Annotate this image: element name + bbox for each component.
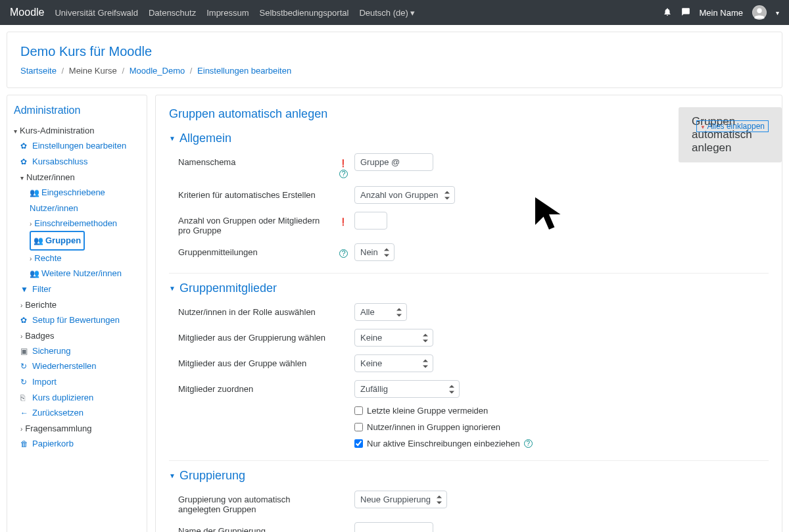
- user-dropdown-icon[interactable]: ▾: [776, 9, 779, 16]
- tree-toggle[interactable]: ›: [30, 255, 32, 262]
- import-icon: ↻: [20, 375, 30, 390]
- aktive-checkbox[interactable]: [354, 439, 363, 448]
- kriterien-select[interactable]: Anzahl von Gruppen: [354, 186, 455, 204]
- section-gruppierung-header[interactable]: ▼ Gruppierung: [169, 469, 769, 483]
- tree-einschreibemethoden[interactable]: Einschreibemethoden: [34, 218, 117, 228]
- required-icon: ❗: [339, 159, 348, 167]
- gruppierung-von-select[interactable]: Neue Gruppierung: [354, 491, 447, 508]
- nav-link-0[interactable]: Universität Greifswald: [55, 8, 137, 18]
- breadcrumb: Startseite / Meine Kurse / Moodle_Demo /…: [20, 66, 769, 76]
- page-title: Demo Kurs für Moodle: [20, 44, 769, 59]
- chevron-down-icon: ▼: [169, 472, 176, 479]
- label-namenschema: Namenschema: [178, 153, 329, 167]
- section-gruppenmitglieder-header[interactable]: ▼ Gruppenmitglieder: [169, 281, 769, 295]
- collapse-all-button[interactable]: ▼ Alles einklappen: [696, 120, 769, 132]
- tree-gruppen[interactable]: Gruppen: [45, 235, 81, 245]
- users-icon: 👥: [30, 186, 39, 201]
- tree-toggle[interactable]: ›: [20, 425, 22, 433]
- tree-filter[interactable]: Filter: [32, 284, 51, 294]
- tree-rechte[interactable]: Rechte: [34, 253, 61, 263]
- nav-link-3[interactable]: Selbstbedienungsportal: [259, 8, 348, 18]
- label-name-gruppierung: Name der Gruppierung: [178, 522, 329, 532]
- notification-icon[interactable]: [663, 7, 672, 18]
- breadcrumb-2[interactable]: Moodle_Demo: [130, 66, 185, 76]
- label-kriterien: Kriterien für automatisches Erstellen: [178, 186, 329, 200]
- help-icon[interactable]: ?: [339, 170, 348, 178]
- tree-duplizieren[interactable]: Kurs duplizieren: [32, 393, 93, 402]
- filter-icon: ▼: [20, 283, 30, 297]
- svg-point-1: [757, 9, 761, 13]
- gear-icon: ✿: [20, 139, 30, 154]
- label-anzahl: Anzahl von Gruppen oder Mitgliedern pro …: [178, 212, 329, 235]
- label-nutzer-rolle: Nutzer/innen in der Rolle auswählen: [178, 303, 329, 317]
- nav-link-1[interactable]: Datenschutz: [149, 8, 196, 18]
- avatar[interactable]: [752, 5, 767, 20]
- help-icon[interactable]: ?: [339, 249, 348, 258]
- tree-toggle[interactable]: ▾: [20, 174, 24, 181]
- tree-kurs-admin[interactable]: Kurs-Administration: [20, 126, 94, 135]
- tree-setup[interactable]: Setup für Bewertungen: [32, 315, 120, 325]
- tree-papierkorb[interactable]: Papierkorb: [32, 439, 74, 448]
- required-icon: ❗: [339, 218, 348, 226]
- tree-eingeschriebene[interactable]: Eingeschriebene Nutzer/innen: [30, 187, 105, 213]
- label-mitteilungen: Gruppenmitteilungen: [178, 243, 329, 257]
- nav-link-2[interactable]: Impressum: [206, 8, 249, 18]
- gear-icon: ✿: [20, 155, 30, 170]
- label-mitglieder-zuordnen: Mitglieder zuordnen: [178, 380, 329, 394]
- brand[interactable]: Moodle: [10, 7, 44, 18]
- tree-berichte[interactable]: Berichte: [25, 300, 57, 310]
- restore-icon: ↻: [20, 360, 30, 374]
- language-selector[interactable]: Deutsch (de) ▾: [359, 8, 415, 18]
- label-letzte-gruppe: Letzte kleine Gruppe vermeiden: [367, 406, 488, 416]
- tree-toggle[interactable]: ›: [30, 220, 32, 228]
- mitglieder-zuordnen-select[interactable]: Zufällig: [354, 380, 460, 398]
- tree-toggle[interactable]: ›: [20, 302, 22, 309]
- users-icon: 👥: [34, 234, 43, 249]
- tree-zurucksetzen[interactable]: Zurücksetzen: [32, 408, 84, 418]
- chevron-down-icon: ▼: [169, 135, 176, 142]
- page-header: Demo Kurs für Moodle Startseite / Meine …: [7, 32, 782, 88]
- mitteilungen-select[interactable]: Nein: [354, 243, 394, 261]
- username[interactable]: Mein Name: [700, 8, 743, 18]
- tree-sicherung[interactable]: Sicherung: [32, 346, 71, 356]
- tree-toggle[interactable]: ▾: [14, 128, 17, 135]
- collapse-icon: ▼: [700, 124, 705, 130]
- ignorieren-checkbox[interactable]: [354, 423, 363, 431]
- tree-nutzer[interactable]: Nutzer/innen: [26, 172, 75, 182]
- copy-icon: ⎘: [20, 391, 30, 406]
- tree-badges[interactable]: Badges: [25, 331, 54, 341]
- help-icon[interactable]: ?: [524, 439, 533, 448]
- sidebar-title: Administration: [14, 105, 140, 116]
- messages-icon[interactable]: [681, 7, 690, 18]
- nutzer-rolle-select[interactable]: Alle: [354, 303, 407, 321]
- navbar: Moodle Universität Greifswald Datenschut…: [0, 0, 789, 25]
- reset-icon: ←: [20, 406, 30, 421]
- namenschema-input[interactable]: [354, 153, 433, 171]
- label-ignorieren: Nutzer/innen in Gruppen ignorieren: [367, 422, 500, 432]
- breadcrumb-1: Meine Kurse: [69, 66, 117, 76]
- name-gruppierung-input[interactable]: [354, 522, 433, 532]
- chevron-down-icon: ▼: [169, 285, 176, 292]
- trash-icon: 🗑: [20, 437, 30, 452]
- mitglieder-gruppierung-select[interactable]: Keine: [354, 329, 433, 347]
- gear-icon: ✿: [20, 314, 30, 328]
- label-gruppierung-von: Gruppierung von automatisch angelegten G…: [178, 491, 329, 514]
- tree-toggle[interactable]: ›: [20, 333, 22, 340]
- breadcrumb-0[interactable]: Startseite: [20, 66, 57, 76]
- label-mitglieder-gruppe: Mitglieder aus der Gruppe wählen: [178, 354, 329, 368]
- tree-wiederherstellen[interactable]: Wiederherstellen: [32, 361, 97, 371]
- tree-import[interactable]: Import: [32, 377, 57, 387]
- backup-icon: ▣: [20, 345, 30, 359]
- users-icon: 👥: [30, 267, 39, 281]
- mitglieder-gruppe-select[interactable]: Keine: [354, 354, 433, 372]
- sidebar: Administration ▾Kurs-Administration ✿Ein…: [7, 95, 147, 532]
- tree-einstellungen[interactable]: Einstellungen bearbeiten: [32, 141, 126, 151]
- tree-fragensammlung[interactable]: Fragensammlung: [25, 423, 91, 433]
- anzahl-input[interactable]: [354, 212, 387, 230]
- letzte-gruppe-checkbox[interactable]: [354, 406, 363, 415]
- main-content: Gruppen automatisch anlegen Gruppen auto…: [155, 95, 782, 532]
- breadcrumb-3[interactable]: Einstellungen bearbeiten: [197, 66, 291, 76]
- tree-kursabschluss[interactable]: Kursabschluss: [32, 157, 88, 166]
- label-mitglieder-gruppierung: Mitglieder aus der Gruppierung wählen: [178, 329, 329, 343]
- tree-weitere-nutzer[interactable]: Weitere Nutzer/innen: [41, 268, 122, 278]
